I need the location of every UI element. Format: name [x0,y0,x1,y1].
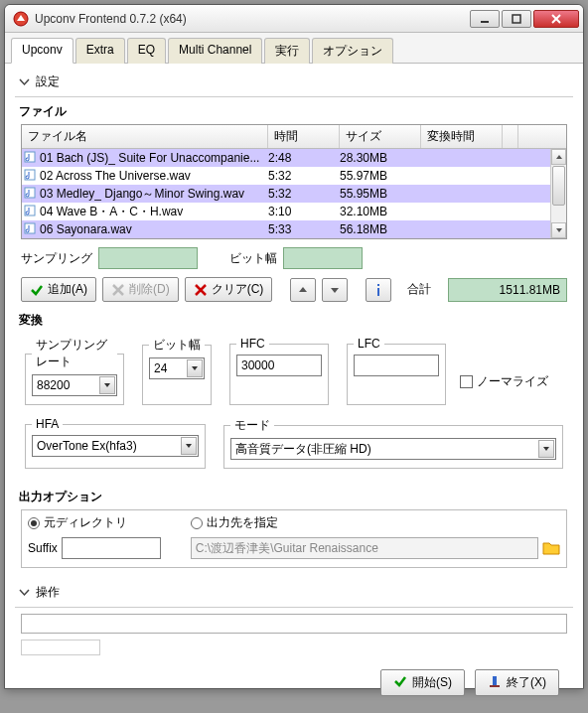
specify-dir-radio[interactable]: 出力先を指定 [191,514,560,531]
file-heading: ファイル [19,103,573,120]
suffix-label: Suffix [28,541,58,555]
delete-button[interactable]: 削除(D) [102,277,179,302]
clear-button[interactable]: クリア(C) [185,277,273,302]
scroll-up-icon[interactable] [551,149,566,165]
x-red-icon [194,283,208,297]
audio-file-icon [22,151,38,166]
table-row[interactable]: 04 Wave B・A・C・H.wav3:1032.10MB [22,203,566,220]
file-list-header: ファイル名 時間 サイズ 変換時間 [22,125,566,149]
app-window: Upconv Frontend 0.7.2 (x64) Upconv Extra… [4,4,584,689]
lfc-label: LFC [354,337,384,351]
rate-label: サンプリングレート [32,337,117,370]
orig-dir-radio[interactable]: 元ディレクトリ [28,514,161,531]
chevron-down-icon [19,587,30,598]
info-button[interactable] [366,278,391,302]
table-row[interactable]: 03 Medley_ Django～Minor Swing.wav5:3255.… [22,185,566,203]
folder-icon[interactable] [542,540,560,556]
sampling-label: サンプリング [21,250,92,267]
progress-bar [21,614,567,634]
svg-rect-16 [493,676,497,685]
hfc-input[interactable]: 30000 [236,355,322,376]
radio-on-icon [28,517,40,529]
checkbox-icon [460,375,473,388]
normalize-checkbox[interactable]: ノーマライズ [460,351,548,413]
settings-label: 設定 [36,73,60,90]
bitwidth-value-box [283,247,363,269]
hfa-select[interactable]: OverTone Ex(hfa3) [32,435,199,457]
status-box [21,640,100,655]
table-row[interactable]: 02 Across The Universe.wav5:3255.97MB [22,167,566,185]
total-label: 合計 [407,281,431,298]
bit-select[interactable]: 24 [149,357,205,379]
sampling-value-box [98,247,198,269]
mode-label: モード [230,417,274,434]
col-time[interactable]: 時間 [268,125,340,148]
chevron-down-icon [99,376,115,394]
ops-header[interactable]: 操作 [15,578,573,608]
chevron-down-icon [187,359,203,377]
bit-label: ビット幅 [149,337,205,354]
minimize-button[interactable] [470,10,500,28]
move-down-button[interactable] [322,278,348,302]
svg-rect-15 [377,288,379,296]
titlebar[interactable]: Upconv Frontend 0.7.2 (x64) [5,5,583,33]
svg-rect-17 [490,685,500,687]
audio-file-icon [22,187,38,202]
exit-button[interactable]: 終了(X) [475,669,559,696]
table-row[interactable]: 06 Sayonara.wav5:3356.18MB [22,220,566,238]
tab-upconv[interactable]: Upconv [11,38,74,64]
mode-select[interactable]: 高音質データ(非圧縮 HD) [230,438,556,460]
hfa-label: HFA [32,417,63,431]
chevron-down-icon [538,440,554,458]
table-row[interactable]: 01 Bach (JS)_ Suite For Unaccompanie...2… [22,149,566,167]
check-icon [30,283,44,297]
lfc-input[interactable] [354,355,439,376]
tab-eq[interactable]: EQ [127,38,166,64]
check-icon [393,674,407,691]
col-size[interactable]: サイズ [340,125,421,148]
add-button[interactable]: 追加(A) [21,277,96,302]
ops-label: 操作 [36,584,60,601]
move-up-button[interactable] [290,278,316,302]
col-filename[interactable]: ファイル名 [22,125,268,148]
output-path: C:\渡辺香津美\Guitar Renaissance [191,537,538,559]
window-title: Upconv Frontend 0.7.2 (x64) [35,12,470,26]
suffix-input[interactable] [62,537,161,559]
settings-header[interactable]: 設定 [15,68,573,97]
file-list: ファイル名 時間 サイズ 変換時間 01 Bach (JS)_ Suite Fo… [21,124,567,239]
tab-run[interactable]: 実行 [264,38,310,64]
close-button[interactable] [533,10,579,28]
app-icon [13,11,29,27]
tab-extra[interactable]: Extra [75,38,125,64]
audio-file-icon [22,205,38,219]
col-convtime[interactable]: 変換時間 [421,125,503,148]
exit-icon [488,674,502,691]
scroll-thumb[interactable] [552,166,565,206]
file-rows[interactable]: 01 Bach (JS)_ Suite For Unaccompanie...2… [22,149,566,238]
svg-rect-2 [513,15,520,23]
total-size-box: 1511.81MB [448,278,567,302]
tab-strip: Upconv Extra EQ Multi Channel 実行 オプション [5,33,583,64]
svg-rect-14 [377,284,379,286]
convert-heading: 変換 [19,312,573,329]
bitwidth-label: ビット幅 [229,250,277,267]
scrollbar[interactable] [550,149,566,238]
start-button[interactable]: 開始(S) [380,669,465,696]
hfc-label: HFC [236,337,269,351]
radio-off-icon [191,517,203,529]
x-icon [111,283,125,297]
audio-file-icon [22,169,38,184]
scroll-down-icon[interactable] [551,222,566,238]
chevron-down-icon [19,76,30,87]
tab-multichannel[interactable]: Multi Channel [168,38,262,64]
audio-file-icon [22,222,38,237]
rate-select[interactable]: 88200 [32,374,117,396]
maximize-button[interactable] [502,10,531,28]
tab-options[interactable]: オプション [312,38,393,64]
chevron-down-icon [181,437,197,455]
output-heading: 出力オプション [19,489,573,505]
